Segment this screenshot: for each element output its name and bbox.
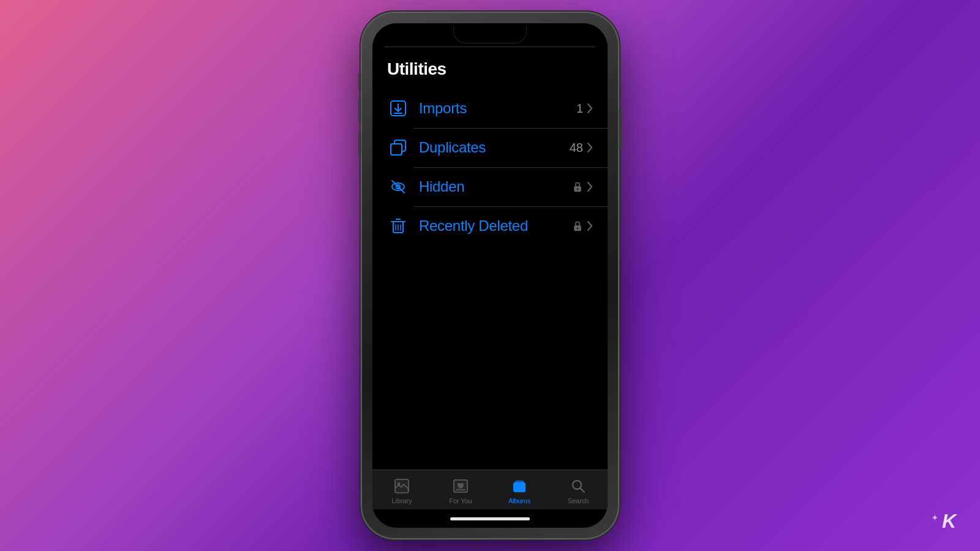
albums-tab-icon <box>511 478 528 495</box>
recently-deleted-icon <box>387 215 409 237</box>
mute-switch <box>358 73 361 91</box>
imports-count: 1 <box>576 102 583 116</box>
logo-k-text: K <box>942 510 956 532</box>
section-title: Utilities <box>387 59 447 78</box>
search-tab-label: Search <box>568 497 589 504</box>
utilities-list: Imports 1 <box>372 89 608 470</box>
hidden-right <box>572 181 593 193</box>
search-tab-icon <box>570 478 587 495</box>
section-header: Utilities <box>372 47 608 89</box>
phone-screen: Utilities Imports 1 <box>372 23 608 528</box>
duplicates-chevron <box>587 142 593 153</box>
imports-chevron <box>587 103 593 114</box>
hidden-list-item[interactable]: Hidden <box>372 167 608 206</box>
svg-point-10 <box>577 189 578 190</box>
tab-library[interactable]: Library <box>372 475 431 507</box>
for-you-tab-label: For You <box>449 497 472 504</box>
imports-icon <box>387 97 409 119</box>
home-bar <box>450 517 530 520</box>
recently-deleted-label: Recently Deleted <box>419 217 572 234</box>
phone-frame: Utilities Imports 1 <box>361 12 619 539</box>
knowtechie-watermark: ✦ K <box>932 510 956 533</box>
svg-rect-5 <box>391 144 402 155</box>
svg-rect-25 <box>514 481 524 482</box>
recently-deleted-lock-icon <box>572 220 583 232</box>
tab-bar: Library For You <box>372 470 608 509</box>
logo-dots: ✦ <box>932 514 942 522</box>
duplicates-label: Duplicates <box>419 139 570 156</box>
svg-line-28 <box>581 489 585 493</box>
duplicates-icon <box>387 137 409 159</box>
duplicates-right: 48 <box>570 141 593 155</box>
home-indicator <box>372 509 608 528</box>
hidden-icon <box>387 176 409 198</box>
volume-down-button <box>358 132 361 156</box>
albums-tab-label: Albums <box>508 497 530 504</box>
svg-point-17 <box>577 228 578 229</box>
tab-albums[interactable]: Albums <box>490 475 549 507</box>
recently-deleted-list-item[interactable]: Recently Deleted <box>372 206 608 246</box>
volume-up-button <box>358 98 361 122</box>
imports-right: 1 <box>576 102 593 116</box>
svg-rect-24 <box>513 482 526 492</box>
library-tab-icon <box>393 478 410 495</box>
imports-list-item[interactable]: Imports 1 <box>372 89 608 128</box>
tab-search[interactable]: Search <box>549 475 608 507</box>
svg-rect-26 <box>516 480 523 481</box>
imports-label: Imports <box>419 100 576 117</box>
hidden-chevron <box>587 181 593 192</box>
hidden-label: Hidden <box>419 178 572 195</box>
svg-point-20 <box>398 482 401 485</box>
content-area: Utilities Imports 1 <box>372 47 608 470</box>
duplicates-count: 48 <box>570 141 583 155</box>
notch <box>453 26 527 43</box>
library-tab-label: Library <box>392 497 412 504</box>
recently-deleted-right <box>572 220 593 232</box>
duplicates-list-item[interactable]: Duplicates 48 <box>372 128 608 167</box>
power-button <box>619 110 622 150</box>
hidden-lock-icon <box>572 181 583 193</box>
notch-area <box>372 23 608 47</box>
for-you-tab-icon <box>452 478 469 495</box>
recently-deleted-chevron <box>587 220 593 231</box>
tab-for-you[interactable]: For You <box>431 475 490 507</box>
